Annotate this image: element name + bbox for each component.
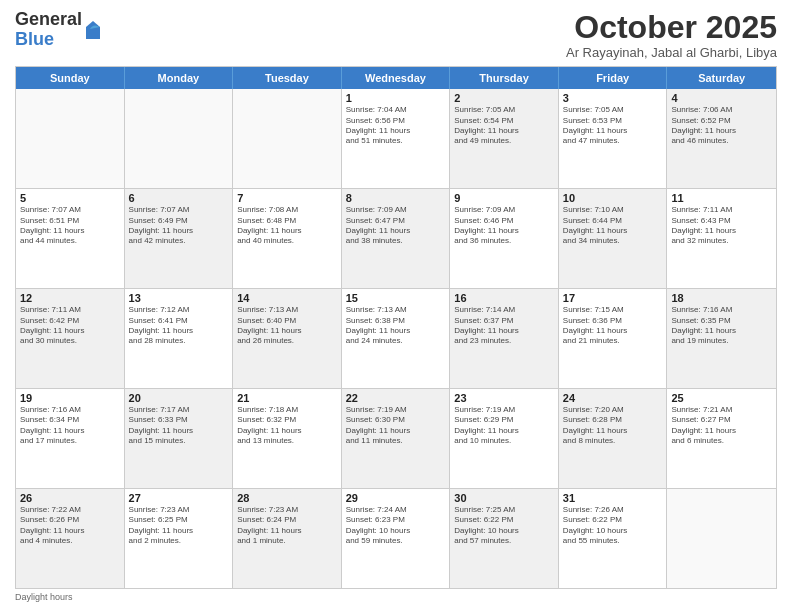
logo-text: General Blue	[15, 10, 82, 50]
calendar-cell	[233, 89, 342, 188]
calendar-row-4: 26Sunrise: 7:22 AMSunset: 6:26 PMDayligh…	[16, 489, 776, 588]
calendar-cell: 18Sunrise: 7:16 AMSunset: 6:35 PMDayligh…	[667, 289, 776, 388]
day-number: 11	[671, 192, 772, 204]
cell-content: Sunrise: 7:15 AMSunset: 6:36 PMDaylight:…	[563, 305, 663, 347]
calendar-cell: 25Sunrise: 7:21 AMSunset: 6:27 PMDayligh…	[667, 389, 776, 488]
logo-blue-text: Blue	[15, 30, 82, 50]
calendar-cell: 28Sunrise: 7:23 AMSunset: 6:24 PMDayligh…	[233, 489, 342, 588]
cell-content: Sunrise: 7:10 AMSunset: 6:44 PMDaylight:…	[563, 205, 663, 247]
cal-header-day-monday: Monday	[125, 67, 234, 89]
day-number: 4	[671, 92, 772, 104]
calendar-cell: 10Sunrise: 7:10 AMSunset: 6:44 PMDayligh…	[559, 189, 668, 288]
calendar-cell	[667, 489, 776, 588]
calendar-row-1: 5Sunrise: 7:07 AMSunset: 6:51 PMDaylight…	[16, 189, 776, 289]
day-number: 10	[563, 192, 663, 204]
calendar-cell: 13Sunrise: 7:12 AMSunset: 6:41 PMDayligh…	[125, 289, 234, 388]
day-number: 3	[563, 92, 663, 104]
day-number: 14	[237, 292, 337, 304]
day-number: 24	[563, 392, 663, 404]
logo-general-text: General	[15, 10, 82, 30]
calendar-cell: 4Sunrise: 7:06 AMSunset: 6:52 PMDaylight…	[667, 89, 776, 188]
calendar-cell: 24Sunrise: 7:20 AMSunset: 6:28 PMDayligh…	[559, 389, 668, 488]
cal-header-day-thursday: Thursday	[450, 67, 559, 89]
calendar-cell: 26Sunrise: 7:22 AMSunset: 6:26 PMDayligh…	[16, 489, 125, 588]
cell-content: Sunrise: 7:07 AMSunset: 6:51 PMDaylight:…	[20, 205, 120, 247]
cell-content: Sunrise: 7:08 AMSunset: 6:48 PMDaylight:…	[237, 205, 337, 247]
cal-header-day-saturday: Saturday	[667, 67, 776, 89]
cell-content: Sunrise: 7:18 AMSunset: 6:32 PMDaylight:…	[237, 405, 337, 447]
day-number: 21	[237, 392, 337, 404]
day-number: 28	[237, 492, 337, 504]
cell-content: Sunrise: 7:12 AMSunset: 6:41 PMDaylight:…	[129, 305, 229, 347]
cell-content: Sunrise: 7:13 AMSunset: 6:38 PMDaylight:…	[346, 305, 446, 347]
day-number: 1	[346, 92, 446, 104]
calendar-row-2: 12Sunrise: 7:11 AMSunset: 6:42 PMDayligh…	[16, 289, 776, 389]
day-number: 17	[563, 292, 663, 304]
calendar-cell: 21Sunrise: 7:18 AMSunset: 6:32 PMDayligh…	[233, 389, 342, 488]
cell-content: Sunrise: 7:17 AMSunset: 6:33 PMDaylight:…	[129, 405, 229, 447]
calendar-cell: 17Sunrise: 7:15 AMSunset: 6:36 PMDayligh…	[559, 289, 668, 388]
cell-content: Sunrise: 7:19 AMSunset: 6:30 PMDaylight:…	[346, 405, 446, 447]
cell-content: Sunrise: 7:09 AMSunset: 6:46 PMDaylight:…	[454, 205, 554, 247]
calendar-cell: 31Sunrise: 7:26 AMSunset: 6:22 PMDayligh…	[559, 489, 668, 588]
cell-content: Sunrise: 7:23 AMSunset: 6:24 PMDaylight:…	[237, 505, 337, 547]
day-number: 12	[20, 292, 120, 304]
cell-content: Sunrise: 7:11 AMSunset: 6:43 PMDaylight:…	[671, 205, 772, 247]
day-number: 6	[129, 192, 229, 204]
calendar-body: 1Sunrise: 7:04 AMSunset: 6:56 PMDaylight…	[16, 89, 776, 588]
cell-content: Sunrise: 7:06 AMSunset: 6:52 PMDaylight:…	[671, 105, 772, 147]
day-number: 26	[20, 492, 120, 504]
day-number: 2	[454, 92, 554, 104]
calendar-cell: 3Sunrise: 7:05 AMSunset: 6:53 PMDaylight…	[559, 89, 668, 188]
calendar-cell	[16, 89, 125, 188]
day-number: 16	[454, 292, 554, 304]
cal-header-day-sunday: Sunday	[16, 67, 125, 89]
calendar-cell: 15Sunrise: 7:13 AMSunset: 6:38 PMDayligh…	[342, 289, 451, 388]
calendar-cell: 11Sunrise: 7:11 AMSunset: 6:43 PMDayligh…	[667, 189, 776, 288]
page: General Blue October 2025 Ar Rayayinah, …	[0, 0, 792, 612]
calendar-header: SundayMondayTuesdayWednesdayThursdayFrid…	[16, 67, 776, 89]
calendar-cell: 20Sunrise: 7:17 AMSunset: 6:33 PMDayligh…	[125, 389, 234, 488]
calendar-cell: 7Sunrise: 7:08 AMSunset: 6:48 PMDaylight…	[233, 189, 342, 288]
month-title: October 2025	[566, 10, 777, 45]
calendar-cell: 22Sunrise: 7:19 AMSunset: 6:30 PMDayligh…	[342, 389, 451, 488]
cell-content: Sunrise: 7:05 AMSunset: 6:53 PMDaylight:…	[563, 105, 663, 147]
cal-header-day-tuesday: Tuesday	[233, 67, 342, 89]
day-number: 15	[346, 292, 446, 304]
cell-content: Sunrise: 7:14 AMSunset: 6:37 PMDaylight:…	[454, 305, 554, 347]
title-block: October 2025 Ar Rayayinah, Jabal al Ghar…	[566, 10, 777, 60]
cell-content: Sunrise: 7:13 AMSunset: 6:40 PMDaylight:…	[237, 305, 337, 347]
day-number: 30	[454, 492, 554, 504]
cell-content: Sunrise: 7:20 AMSunset: 6:28 PMDaylight:…	[563, 405, 663, 447]
calendar-cell: 6Sunrise: 7:07 AMSunset: 6:49 PMDaylight…	[125, 189, 234, 288]
cell-content: Sunrise: 7:26 AMSunset: 6:22 PMDaylight:…	[563, 505, 663, 547]
calendar-cell: 30Sunrise: 7:25 AMSunset: 6:22 PMDayligh…	[450, 489, 559, 588]
day-number: 13	[129, 292, 229, 304]
day-number: 25	[671, 392, 772, 404]
day-number: 22	[346, 392, 446, 404]
day-number: 20	[129, 392, 229, 404]
day-number: 31	[563, 492, 663, 504]
cell-content: Sunrise: 7:05 AMSunset: 6:54 PMDaylight:…	[454, 105, 554, 147]
footer-daylight-label: Daylight hours	[15, 592, 73, 602]
calendar-cell	[125, 89, 234, 188]
calendar-cell: 9Sunrise: 7:09 AMSunset: 6:46 PMDaylight…	[450, 189, 559, 288]
calendar: SundayMondayTuesdayWednesdayThursdayFrid…	[15, 66, 777, 589]
cell-content: Sunrise: 7:16 AMSunset: 6:35 PMDaylight:…	[671, 305, 772, 347]
day-number: 27	[129, 492, 229, 504]
day-number: 18	[671, 292, 772, 304]
day-number: 7	[237, 192, 337, 204]
footer-note: Daylight hours	[15, 589, 777, 602]
cell-content: Sunrise: 7:04 AMSunset: 6:56 PMDaylight:…	[346, 105, 446, 147]
cell-content: Sunrise: 7:21 AMSunset: 6:27 PMDaylight:…	[671, 405, 772, 447]
calendar-row-3: 19Sunrise: 7:16 AMSunset: 6:34 PMDayligh…	[16, 389, 776, 489]
day-number: 19	[20, 392, 120, 404]
calendar-cell: 29Sunrise: 7:24 AMSunset: 6:23 PMDayligh…	[342, 489, 451, 588]
cal-header-day-friday: Friday	[559, 67, 668, 89]
cell-content: Sunrise: 7:24 AMSunset: 6:23 PMDaylight:…	[346, 505, 446, 547]
calendar-cell: 19Sunrise: 7:16 AMSunset: 6:34 PMDayligh…	[16, 389, 125, 488]
calendar-cell: 16Sunrise: 7:14 AMSunset: 6:37 PMDayligh…	[450, 289, 559, 388]
day-number: 9	[454, 192, 554, 204]
day-number: 8	[346, 192, 446, 204]
calendar-cell: 27Sunrise: 7:23 AMSunset: 6:25 PMDayligh…	[125, 489, 234, 588]
